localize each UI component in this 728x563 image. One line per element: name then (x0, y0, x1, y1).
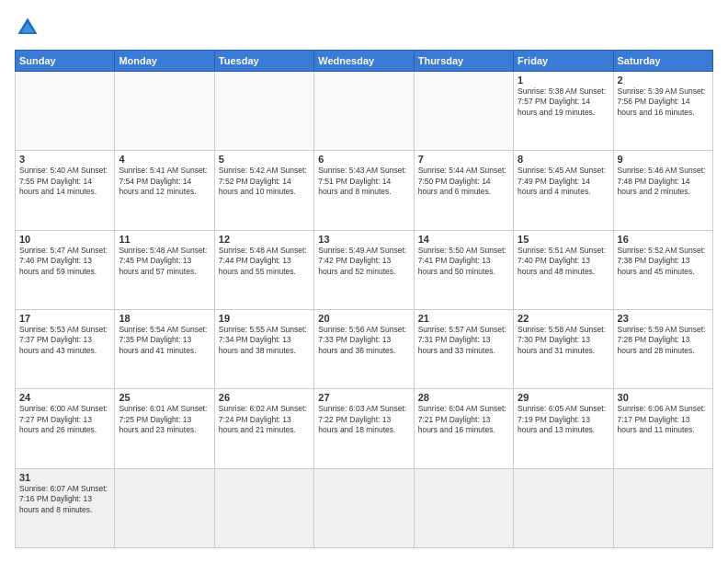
day-info: Sunrise: 5:51 AM Sunset: 7:40 PM Dayligh… (518, 246, 609, 277)
calendar-cell: 9Sunrise: 5:46 AM Sunset: 7:48 PM Daylig… (613, 151, 712, 230)
day-info: Sunrise: 6:05 AM Sunset: 7:19 PM Dayligh… (518, 404, 609, 435)
calendar-cell: 2Sunrise: 5:39 AM Sunset: 7:56 PM Daylig… (613, 72, 712, 151)
day-number: 29 (518, 392, 609, 403)
calendar-cell: 12Sunrise: 5:48 AM Sunset: 7:44 PM Dayli… (214, 230, 313, 309)
day-info: Sunrise: 5:44 AM Sunset: 7:50 PM Dayligh… (418, 166, 509, 197)
calendar-cell: 11Sunrise: 5:48 AM Sunset: 7:45 PM Dayli… (115, 230, 214, 309)
page: SundayMondayTuesdayWednesdayThursdayFrid… (0, 0, 728, 563)
day-info: Sunrise: 5:56 AM Sunset: 7:33 PM Dayligh… (318, 325, 409, 356)
day-number: 31 (19, 472, 110, 483)
weekday-header-wednesday: Wednesday (314, 51, 414, 72)
day-number: 23 (618, 313, 709, 324)
day-number: 3 (19, 154, 110, 165)
calendar-cell (314, 468, 414, 547)
day-info: Sunrise: 6:00 AM Sunset: 7:27 PM Dayligh… (19, 404, 110, 435)
calendar-cell: 19Sunrise: 5:55 AM Sunset: 7:34 PM Dayli… (214, 309, 313, 388)
calendar-week-6: 31Sunrise: 6:07 AM Sunset: 7:16 PM Dayli… (16, 468, 713, 547)
calendar-week-2: 3Sunrise: 5:40 AM Sunset: 7:55 PM Daylig… (16, 151, 713, 230)
day-info: Sunrise: 5:48 AM Sunset: 7:45 PM Dayligh… (119, 246, 210, 277)
calendar-cell: 6Sunrise: 5:43 AM Sunset: 7:51 PM Daylig… (314, 151, 414, 230)
calendar-cell: 17Sunrise: 5:53 AM Sunset: 7:37 PM Dayli… (16, 309, 115, 388)
day-number: 17 (19, 313, 110, 324)
day-info: Sunrise: 5:52 AM Sunset: 7:38 PM Dayligh… (618, 246, 709, 277)
calendar-week-4: 17Sunrise: 5:53 AM Sunset: 7:37 PM Dayli… (16, 309, 713, 388)
calendar-cell: 27Sunrise: 6:03 AM Sunset: 7:22 PM Dayli… (314, 389, 414, 468)
day-info: Sunrise: 5:54 AM Sunset: 7:35 PM Dayligh… (119, 325, 210, 356)
day-number: 5 (219, 154, 310, 165)
day-number: 16 (618, 234, 709, 245)
day-info: Sunrise: 5:53 AM Sunset: 7:37 PM Dayligh… (19, 325, 110, 356)
calendar-cell (115, 72, 214, 151)
calendar-cell: 22Sunrise: 5:58 AM Sunset: 7:30 PM Dayli… (514, 309, 613, 388)
calendar-cell: 8Sunrise: 5:45 AM Sunset: 7:49 PM Daylig… (514, 151, 613, 230)
weekday-header-friday: Friday (514, 51, 613, 72)
day-number: 13 (318, 234, 409, 245)
day-info: Sunrise: 5:57 AM Sunset: 7:31 PM Dayligh… (418, 325, 509, 356)
day-number: 15 (518, 234, 609, 245)
calendar-week-3: 10Sunrise: 5:47 AM Sunset: 7:46 PM Dayli… (16, 230, 713, 309)
calendar-table: SundayMondayTuesdayWednesdayThursdayFrid… (15, 50, 713, 548)
day-info: Sunrise: 5:59 AM Sunset: 7:28 PM Dayligh… (618, 325, 709, 356)
day-number: 14 (418, 234, 509, 245)
calendar-cell: 13Sunrise: 5:49 AM Sunset: 7:42 PM Dayli… (314, 230, 414, 309)
calendar-cell: 28Sunrise: 6:04 AM Sunset: 7:21 PM Dayli… (414, 389, 513, 468)
logo-icon (15, 15, 40, 40)
day-info: Sunrise: 5:38 AM Sunset: 7:57 PM Dayligh… (518, 86, 609, 118)
day-info: Sunrise: 5:45 AM Sunset: 7:49 PM Dayligh… (518, 166, 609, 197)
weekday-row: SundayMondayTuesdayWednesdayThursdayFrid… (16, 51, 713, 72)
calendar-cell: 31Sunrise: 6:07 AM Sunset: 7:16 PM Dayli… (16, 468, 115, 547)
day-number: 10 (19, 234, 110, 245)
day-info: Sunrise: 5:47 AM Sunset: 7:46 PM Dayligh… (19, 246, 110, 277)
day-number: 24 (19, 392, 110, 403)
weekday-header-monday: Monday (115, 51, 214, 72)
day-info: Sunrise: 5:40 AM Sunset: 7:55 PM Dayligh… (19, 166, 110, 197)
day-number: 20 (318, 313, 409, 324)
day-number: 8 (518, 154, 609, 165)
day-number: 19 (219, 313, 310, 324)
day-number: 9 (618, 154, 709, 165)
day-number: 28 (418, 392, 509, 403)
day-info: Sunrise: 5:39 AM Sunset: 7:56 PM Dayligh… (618, 86, 709, 118)
calendar-cell (115, 468, 214, 547)
day-info: Sunrise: 5:41 AM Sunset: 7:54 PM Dayligh… (119, 166, 210, 197)
calendar-cell: 1Sunrise: 5:38 AM Sunset: 7:57 PM Daylig… (514, 72, 613, 151)
weekday-header-saturday: Saturday (613, 51, 712, 72)
calendar-cell: 24Sunrise: 6:00 AM Sunset: 7:27 PM Dayli… (16, 389, 115, 468)
calendar-cell (514, 468, 613, 547)
calendar-cell: 25Sunrise: 6:01 AM Sunset: 7:25 PM Dayli… (115, 389, 214, 468)
day-number: 21 (418, 313, 509, 324)
calendar-week-5: 24Sunrise: 6:00 AM Sunset: 7:27 PM Dayli… (16, 389, 713, 468)
calendar-cell (214, 468, 313, 547)
calendar-cell: 3Sunrise: 5:40 AM Sunset: 7:55 PM Daylig… (16, 151, 115, 230)
calendar-cell: 4Sunrise: 5:41 AM Sunset: 7:54 PM Daylig… (115, 151, 214, 230)
calendar-cell: 18Sunrise: 5:54 AM Sunset: 7:35 PM Dayli… (115, 309, 214, 388)
calendar-cell: 26Sunrise: 6:02 AM Sunset: 7:24 PM Dayli… (214, 389, 313, 468)
day-info: Sunrise: 6:04 AM Sunset: 7:21 PM Dayligh… (418, 404, 509, 435)
calendar-week-1: 1Sunrise: 5:38 AM Sunset: 7:57 PM Daylig… (16, 72, 713, 151)
day-info: Sunrise: 6:02 AM Sunset: 7:24 PM Dayligh… (219, 404, 310, 435)
day-info: Sunrise: 5:55 AM Sunset: 7:34 PM Dayligh… (219, 325, 310, 356)
calendar-cell: 23Sunrise: 5:59 AM Sunset: 7:28 PM Dayli… (613, 309, 712, 388)
day-info: Sunrise: 6:06 AM Sunset: 7:17 PM Dayligh… (618, 404, 709, 435)
day-number: 6 (318, 154, 409, 165)
day-number: 30 (618, 392, 709, 403)
calendar-header: SundayMondayTuesdayWednesdayThursdayFrid… (16, 51, 713, 72)
day-info: Sunrise: 6:01 AM Sunset: 7:25 PM Dayligh… (119, 404, 210, 435)
day-number: 2 (618, 75, 709, 86)
day-number: 18 (119, 313, 210, 324)
weekday-header-sunday: Sunday (16, 51, 115, 72)
day-number: 1 (518, 75, 609, 86)
header (15, 15, 713, 40)
day-number: 11 (119, 234, 210, 245)
day-number: 4 (119, 154, 210, 165)
weekday-header-tuesday: Tuesday (214, 51, 313, 72)
day-number: 7 (418, 154, 509, 165)
day-info: Sunrise: 5:49 AM Sunset: 7:42 PM Dayligh… (318, 246, 409, 277)
day-number: 26 (219, 392, 310, 403)
calendar-cell: 29Sunrise: 6:05 AM Sunset: 7:19 PM Dayli… (514, 389, 613, 468)
calendar-cell: 30Sunrise: 6:06 AM Sunset: 7:17 PM Dayli… (613, 389, 712, 468)
day-info: Sunrise: 6:07 AM Sunset: 7:16 PM Dayligh… (19, 484, 110, 515)
day-info: Sunrise: 5:42 AM Sunset: 7:52 PM Dayligh… (219, 166, 310, 197)
calendar-body: 1Sunrise: 5:38 AM Sunset: 7:57 PM Daylig… (16, 72, 713, 548)
calendar-cell (214, 72, 313, 151)
